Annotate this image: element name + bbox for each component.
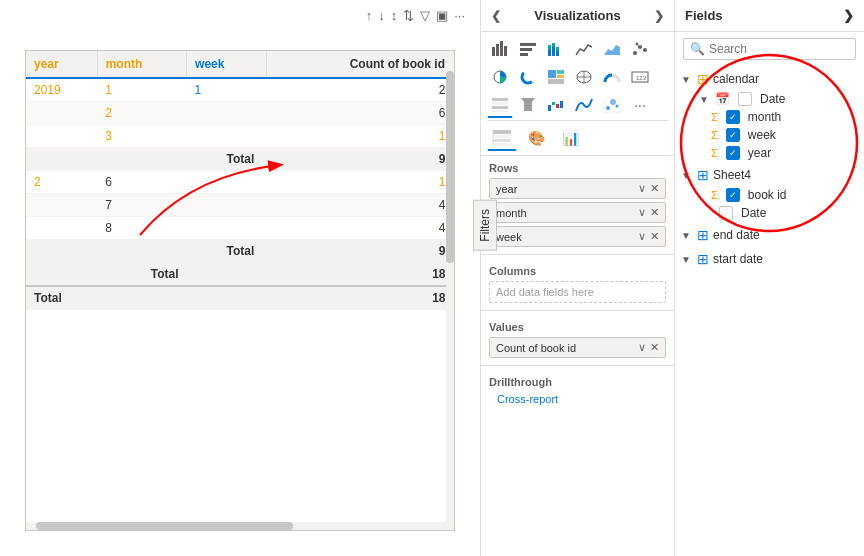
svg-rect-12 [556, 47, 559, 51]
filters-tab[interactable]: Filters [473, 200, 497, 251]
viz-more-icon[interactable]: ··· [627, 92, 653, 118]
table-row: Total 18 [26, 263, 454, 287]
cell-week [187, 263, 267, 287]
cell-year: 2 [26, 171, 97, 194]
viz-ribbon-icon[interactable] [571, 92, 597, 118]
tree-group-enddate-header[interactable]: ▼ ⊞ end date [675, 224, 864, 246]
tree-item-bookid[interactable]: Σ ✓ book id [675, 186, 864, 204]
sheet4-date-checkbox[interactable] [719, 206, 733, 220]
viz-scatter2-icon[interactable] [599, 92, 625, 118]
viz-area-icon[interactable] [599, 36, 625, 62]
dropdown-icon[interactable]: ∨ [638, 182, 646, 195]
remove-icon[interactable]: ✕ [650, 341, 659, 354]
remove-icon[interactable]: ✕ [650, 230, 659, 243]
svg-rect-43 [493, 135, 511, 138]
dropdown-icon[interactable]: ∨ [638, 230, 646, 243]
cell-count: 2 [266, 78, 453, 102]
field-pill-count[interactable]: Count of book id ∨ ✕ [489, 337, 666, 358]
tree-item-week[interactable]: Σ ✓ week [675, 126, 864, 144]
search-input[interactable] [709, 42, 849, 56]
viz-right-arrow[interactable]: ❯ [654, 9, 664, 23]
tree-group-sheet4-header[interactable]: ▼ ⊞ Sheet4 [675, 164, 864, 186]
bookid-checkbox[interactable]: ✓ [726, 188, 740, 202]
viz-donut-icon[interactable] [515, 64, 541, 90]
viz-stacked-icon[interactable] [543, 36, 569, 62]
svg-rect-0 [492, 47, 495, 56]
viz-scatter-icon[interactable] [627, 36, 653, 62]
grand-total-label: Total [26, 286, 266, 310]
more-icon[interactable]: ··· [454, 8, 465, 23]
dropdown-icon[interactable]: ∨ [638, 341, 646, 354]
tree-group-calendar-label: calendar [713, 72, 759, 86]
field-pill-month[interactable]: month ∨ ✕ [489, 202, 666, 223]
cell-year [26, 125, 97, 148]
columns-label: Columns [489, 259, 666, 281]
tree-item-date-label: Date [760, 92, 785, 106]
viz-card-icon[interactable]: 123 [627, 64, 653, 90]
month-checkbox[interactable]: ✓ [726, 110, 740, 124]
sort-icon3[interactable]: ⇅ [403, 8, 414, 23]
tree-item-year[interactable]: Σ ✓ year [675, 144, 864, 162]
viz-gauge-icon[interactable] [599, 64, 625, 90]
viz-matrix-icon[interactable] [487, 92, 513, 118]
rows-label: Rows [489, 156, 666, 178]
tree-group-enddate-label: end date [713, 228, 760, 242]
col-year-header: year [26, 51, 97, 78]
viz-analytics-btn[interactable]: 📊 [555, 125, 585, 151]
columns-section: Columns Add data fields here [481, 259, 674, 306]
viz-format-btn[interactable]: 🎨 [521, 125, 551, 151]
viz-bar-icon[interactable] [487, 36, 513, 62]
cell-count: 18 [266, 263, 453, 287]
cell-total-label: Total [187, 148, 267, 171]
viz-map-icon[interactable] [571, 64, 597, 90]
scroll-bottom[interactable] [26, 522, 454, 530]
viz-left-arrow[interactable]: ❮ [491, 9, 501, 23]
scroll-right[interactable] [446, 51, 454, 530]
svg-rect-42 [493, 130, 511, 134]
viz-panel-header: ❮ Visualizations ❯ [481, 0, 674, 32]
remove-icon[interactable]: ✕ [650, 206, 659, 219]
svg-rect-37 [560, 101, 563, 108]
sort-asc-icon[interactable]: ↑ [366, 8, 373, 23]
field-pill-year[interactable]: year ∨ ✕ [489, 178, 666, 199]
table-row: Total 9 [26, 240, 454, 263]
tree-item-month[interactable]: Σ ✓ month [675, 108, 864, 126]
viz-waterfall-icon[interactable] [543, 92, 569, 118]
field-pill-week[interactable]: week ∨ ✕ [489, 226, 666, 247]
data-table: year month week Count of book id 2019 1 … [26, 51, 454, 310]
year-checkbox[interactable]: ✓ [726, 146, 740, 160]
filter-icon[interactable]: ▽ [420, 8, 430, 23]
col-month-header: month [97, 51, 186, 78]
tree-group-startdate-header[interactable]: ▼ ⊞ start date [675, 248, 864, 270]
fields-arrow[interactable]: ❯ [843, 8, 854, 23]
tree-item-sheet4-date[interactable]: Date [675, 204, 864, 222]
viz-bar2-icon[interactable] [515, 36, 541, 62]
viz-table-btn[interactable] [487, 125, 517, 151]
svg-rect-4 [520, 43, 536, 46]
tree-item-date[interactable]: ▼ 📅 Date [675, 90, 864, 108]
svg-rect-5 [520, 48, 532, 51]
cross-report-link[interactable]: Cross-report [489, 391, 566, 407]
dropdown-icon[interactable]: ∨ [638, 206, 646, 219]
svg-rect-30 [492, 102, 508, 105]
svg-rect-31 [492, 106, 508, 109]
sort-icon2[interactable]: ↕ [391, 8, 398, 23]
svg-rect-21 [557, 70, 564, 74]
viz-treemap-icon[interactable] [543, 64, 569, 90]
table-icon-btn[interactable]: ▣ [436, 8, 448, 23]
table-row: 8 4 [26, 217, 454, 240]
tree-group-startdate: ▼ ⊞ start date [675, 248, 864, 270]
search-box[interactable]: 🔍 [683, 38, 856, 60]
viz-line-icon[interactable] [571, 36, 597, 62]
sort-desc-icon[interactable]: ↓ [378, 8, 385, 23]
week-checkbox[interactable]: ✓ [726, 128, 740, 142]
svg-rect-29 [492, 98, 508, 101]
viz-pie-icon[interactable] [487, 64, 513, 90]
date-checkbox[interactable] [738, 92, 752, 106]
remove-icon[interactable]: ✕ [650, 182, 659, 195]
tree-group-calendar-header[interactable]: ▼ ⊞ calendar [675, 68, 864, 90]
tree-group-startdate-label: start date [713, 252, 763, 266]
table-row: 2 6 [26, 102, 454, 125]
viz-funnel-icon[interactable] [515, 92, 541, 118]
add-fields-placeholder[interactable]: Add data fields here [489, 281, 666, 303]
